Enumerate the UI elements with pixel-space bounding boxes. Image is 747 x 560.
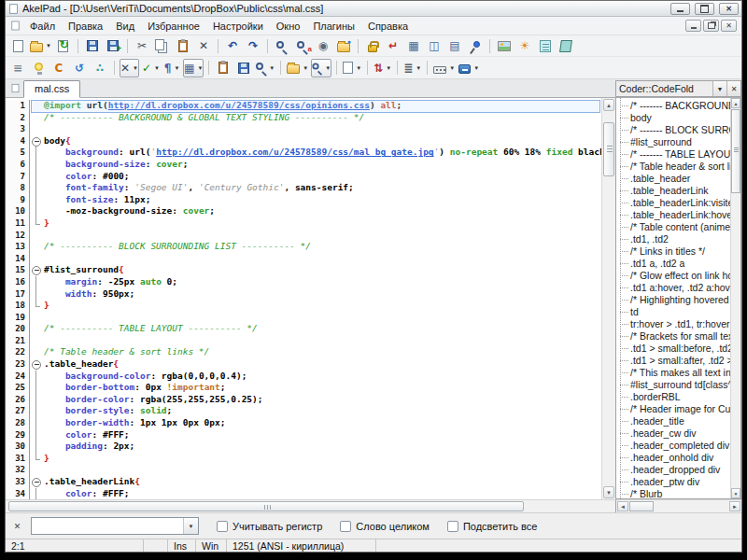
dropdown-arrow-icon[interactable]: ▼	[197, 65, 203, 71]
scroll-down-icon[interactable]: ▼	[603, 486, 614, 498]
tree-item[interactable]: /* ------- BLOCK SURROU	[616, 124, 730, 136]
scripts-nodes-button[interactable]: ∴	[91, 59, 109, 77]
find-replace-button[interactable]	[293, 36, 312, 55]
dropdown-arrow-icon[interactable]: ▼	[46, 43, 51, 49]
tree-item[interactable]: .table_header	[616, 173, 730, 185]
tree-item[interactable]: .header_ptw div	[616, 476, 730, 488]
word-wrap-button[interactable]: ↵	[384, 36, 402, 55]
dropdown-arrow-icon[interactable]: ▼	[386, 65, 391, 71]
tree-item[interactable]: /* Brackets for small text like	[616, 330, 730, 343]
code-line-10[interactable]: 10 -moz-background-size: cover;	[6, 205, 601, 217]
menu-Правка[interactable]: Правка	[62, 18, 109, 35]
code-line-22[interactable]: 22/* Table header & sort links */	[6, 346, 601, 358]
menu-Окно[interactable]: Окно	[270, 18, 307, 35]
spell-check-button[interactable]: ✓▼	[141, 59, 161, 77]
dropdown-arrow-icon[interactable]: ▼	[416, 65, 421, 71]
save-file-as-button[interactable]: +	[104, 36, 122, 55]
tree-scroll-down-icon[interactable]: ▼	[731, 488, 740, 498]
cut-button[interactable]: ✂	[133, 36, 151, 55]
code-line-33[interactable]: 33.table_headerLink{	[6, 476, 601, 488]
keyboard-layout-button[interactable]: ▼	[432, 59, 456, 77]
tree-item[interactable]: #list_surround td[class^='td'	[616, 379, 730, 391]
new-document-button[interactable]	[8, 36, 27, 55]
wrap-toggle-button[interactable]: ✕▼	[120, 59, 139, 77]
checkbox[interactable]	[340, 521, 351, 532]
clipboard-plugin-button[interactable]	[214, 59, 233, 77]
panel-hscroll-thumb[interactable]	[629, 501, 654, 511]
tree-item[interactable]: body	[616, 112, 730, 124]
dropdown-arrow-icon[interactable]: ▼	[325, 65, 331, 71]
editor-vscroll-thumb[interactable]	[603, 122, 614, 176]
find-button[interactable]	[273, 36, 291, 55]
mdi-document-icon[interactable]	[11, 21, 19, 31]
code-line-15[interactable]: 15#list_surround{	[6, 264, 601, 276]
tree-item[interactable]: .td1, .td2	[616, 233, 730, 245]
undo-button[interactable]: ↶	[223, 36, 242, 55]
minimize-to-tray-button[interactable]: ▼	[458, 59, 480, 77]
code-line-11[interactable]: 11}	[6, 217, 601, 230]
search-close-icon[interactable]: ✕	[10, 519, 24, 533]
scroll-up-icon[interactable]: ▲	[603, 99, 614, 111]
tree-item[interactable]: /* ------- TABLE LAYOUT -	[616, 148, 730, 161]
code-line-1[interactable]: 1@import url(http://dl.dropbox.com/u/245…	[6, 100, 601, 112]
symbols-list-button[interactable]: ≣▼	[402, 59, 422, 77]
codefold-dropdown-icon[interactable]: ▼	[712, 81, 726, 96]
fold-collapse-icon[interactable]	[30, 358, 42, 371]
code-line-16[interactable]: 16 margin: -25px auto 0;	[6, 276, 601, 288]
notes-pad-button[interactable]	[536, 36, 555, 55]
tab-list-icon[interactable]	[6, 79, 23, 97]
tree-item[interactable]: .header_onhold div	[616, 452, 730, 464]
code-editor[interactable]: 1@import url(http://dl.dropbox.com/u/245…	[6, 98, 601, 499]
tree-item[interactable]: .table_headerLink:hover	[616, 209, 730, 221]
code-line-2[interactable]: 2/* ---------- BACKGROUND & GLOBAL TEXT …	[6, 112, 601, 124]
highlight-bulb-button[interactable]	[29, 59, 48, 77]
insert-image-button[interactable]	[495, 36, 514, 55]
code-line-23[interactable]: 23.table_header{	[6, 358, 601, 371]
tree-vscroll-thumb[interactable]	[731, 109, 740, 193]
tree-item[interactable]: .table_headerLink	[616, 185, 730, 197]
mdi-close-button[interactable]	[721, 20, 737, 32]
tree-item[interactable]: /* Header image for Currentl	[616, 403, 730, 415]
search-dropdown-icon[interactable]: ▼	[183, 518, 198, 534]
paste-button[interactable]	[174, 36, 192, 55]
minimize-button[interactable]	[670, 3, 690, 15]
split-window-grid-button[interactable]: ▦	[404, 36, 423, 55]
code-line-6[interactable]: 6 background-size: cover;	[6, 159, 601, 171]
code-line-19[interactable]: 19	[6, 312, 601, 324]
tree-item[interactable]: .td1 > small:after, .td2 > sma	[616, 355, 730, 367]
panel-scroll-left-icon[interactable]: ◄	[617, 501, 628, 511]
fold-collapse-icon[interactable]	[30, 135, 42, 147]
code-line-27[interactable]: 27 border-style: solid;	[6, 405, 601, 417]
split-vertical-button[interactable]: ◫	[425, 36, 444, 55]
split-horizontal-button[interactable]: ▤	[445, 36, 464, 55]
code-line-8[interactable]: 8 font-family: 'Segoe UI', 'Century Goth…	[6, 182, 601, 194]
tree-item[interactable]: .borderRBL	[616, 391, 730, 403]
code-line-34[interactable]: 34 color: #FFF;	[6, 488, 601, 499]
mdi-minimize-button[interactable]	[685, 20, 701, 32]
dropdown-arrow-icon[interactable]: ▼	[356, 65, 361, 71]
code-line-14[interactable]: 14	[6, 253, 601, 265]
delete-button[interactable]: ✕	[194, 36, 213, 55]
code-line-7[interactable]: 7 color: #000;	[6, 171, 601, 183]
checkbox[interactable]	[217, 521, 228, 532]
dropdown-arrow-icon[interactable]: ▼	[473, 65, 479, 71]
notes-pad-alt-button[interactable]	[557, 36, 575, 55]
code-line-3[interactable]: 3	[6, 123, 601, 135]
special-chars-button[interactable]: ≡	[8, 59, 27, 77]
show-formatting-marks-button[interactable]: ¶▼	[162, 59, 181, 77]
open-file-button[interactable]: ▼	[29, 36, 52, 55]
tree-item[interactable]: /* Table content (anime title	[616, 221, 730, 233]
tree-item[interactable]: .header_cw div	[616, 427, 730, 440]
code-line-5[interactable]: 5 background: url('http://dl.dropbox.com…	[6, 147, 601, 159]
menu-Плагины[interactable]: Плагины	[306, 18, 361, 35]
tree-item[interactable]: .header_completed div	[616, 440, 730, 452]
code-line-29[interactable]: 29 color: #FFF;	[6, 429, 601, 441]
read-only-lock-button[interactable]	[363, 36, 382, 55]
tree-item[interactable]: /* This makes all text in table	[616, 367, 730, 379]
code-line-9[interactable]: 9 font-size: 11px;	[6, 194, 601, 206]
tab-mal-css[interactable]: mal.css	[23, 80, 80, 98]
redo-button[interactable]: ↷	[244, 36, 262, 55]
pin-always-on-top-button[interactable]	[466, 36, 485, 55]
code-line-25[interactable]: 25 border-bottom: 0px !important;	[6, 382, 601, 394]
tree-scroll-up-icon[interactable]: ▲	[731, 98, 740, 108]
